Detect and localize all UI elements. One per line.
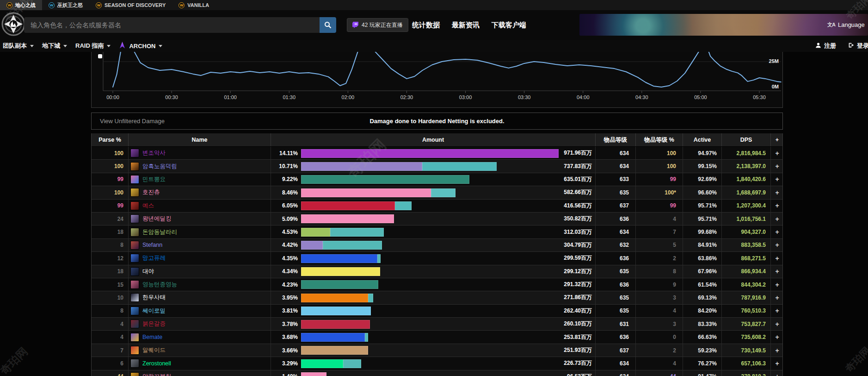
table-row[interactable]: 100암흑노움덕림10.71%737.83百万63410099.15%2,138… bbox=[92, 160, 782, 173]
table-row[interactable]: 18돈암동날라리4.53%312.03百万634799.68%904,327.0… bbox=[92, 226, 782, 238]
name-cell[interactable]: 돈암동날라리 bbox=[129, 226, 271, 238]
header-link[interactable]: 最新资讯 bbox=[452, 21, 480, 30]
table-row[interactable]: 7알퀘이드3.66%251.93百万637259.23%730,149.5+ bbox=[92, 344, 782, 357]
auth-link-登录[interactable]: 登录 bbox=[848, 42, 868, 50]
expand-row-button[interactable]: + bbox=[771, 213, 783, 225]
table-row[interactable]: 10한우사태3.95%271.86百万635369.13%787,916.9+ bbox=[92, 291, 782, 304]
game-version-tab[interactable]: WSEASON OF DISCOVERY bbox=[89, 0, 172, 10]
player-name-link[interactable]: 예스 bbox=[142, 202, 154, 210]
nav-item-地下城[interactable]: 地下城 bbox=[42, 42, 67, 50]
name-cell[interactable]: 왕년에딜킹 bbox=[129, 213, 271, 225]
expand-row-button[interactable]: + bbox=[771, 265, 783, 278]
name-cell[interactable]: 암흑노움덕림 bbox=[129, 160, 271, 172]
nav-item-ARCHON[interactable]: ARCHON bbox=[119, 41, 162, 50]
dps-timeline-chart[interactable]: 25M 0M 00:0000:3001:0001:3002:0002:3003:… bbox=[91, 52, 783, 108]
table-row[interactable]: 99예스6.05%416.56百万6379995.71%1,207,300.4+ bbox=[92, 200, 782, 213]
name-cell[interactable]: 호진츄 bbox=[129, 186, 271, 199]
expand-row-button[interactable]: + bbox=[771, 344, 783, 357]
name-cell[interactable]: 변조악사 bbox=[129, 147, 271, 159]
column-header-Name[interactable]: Name bbox=[129, 133, 271, 146]
name-cell[interactable]: 붉은갈증 bbox=[129, 318, 271, 330]
header-link[interactable]: 下载客户端 bbox=[492, 21, 526, 30]
table-row[interactable]: 100변조악사14.11%971.96百万63410094.97%2,816,9… bbox=[92, 147, 782, 160]
name-cell[interactable]: 망고퓨레 bbox=[129, 252, 271, 264]
search-input[interactable] bbox=[24, 17, 320, 33]
name-cell[interactable]: 대야 bbox=[129, 265, 271, 278]
expand-row-button[interactable]: + bbox=[771, 252, 783, 264]
expand-row-button[interactable]: + bbox=[771, 370, 783, 376]
player-name-link[interactable]: Zerostonell bbox=[142, 360, 171, 367]
player-name-link[interactable]: 영능턴종영능 bbox=[142, 281, 177, 288]
table-row[interactable]: 100호진츄8.46%582.66百万635100*96.60%1,688,69… bbox=[92, 186, 782, 199]
player-name-link[interactable]: Bemate bbox=[142, 334, 162, 340]
site-logo-icon[interactable] bbox=[1, 12, 25, 36]
expand-row-button[interactable]: + bbox=[771, 291, 783, 304]
player-name-link[interactable]: 민트뽕요 bbox=[142, 175, 166, 183]
column-header-物品等级[interactable]: 物品等级 bbox=[596, 133, 636, 146]
player-name-link[interactable]: 한우사태 bbox=[142, 294, 166, 301]
expand-row-button[interactable]: + bbox=[771, 305, 783, 317]
table-row[interactable]: 6Zerostonell3.29%226.73百万634476.27%657,1… bbox=[92, 357, 782, 370]
player-name-link[interactable]: 대야 bbox=[142, 268, 154, 276]
player-name-link[interactable]: 알락꼬불치 bbox=[142, 373, 172, 376]
column-header-Parse %[interactable]: Parse % bbox=[92, 133, 129, 146]
table-row[interactable]: 8Stefann4.42%304.79百万632584.91%883,358.5… bbox=[92, 239, 782, 252]
twitch-live-badge[interactable]: 42 玩家正在直播 bbox=[347, 18, 408, 32]
expand-row-button[interactable]: + bbox=[771, 200, 783, 212]
player-name-link[interactable]: 망고퓨레 bbox=[142, 254, 166, 262]
expand-row-button[interactable]: + bbox=[771, 357, 783, 370]
name-cell[interactable]: 한우사태 bbox=[129, 291, 271, 304]
table-row[interactable]: 15영능턴종영능4.23%291.32百万636961.54%844,304.2… bbox=[92, 278, 782, 291]
expand-row-button[interactable]: + bbox=[771, 186, 783, 199]
expand-row-button[interactable]: + bbox=[771, 147, 783, 159]
player-name-link[interactable]: 변조악사 bbox=[142, 149, 166, 157]
player-name-link[interactable]: 암흑노움덕림 bbox=[142, 163, 177, 170]
table-row[interactable]: 18대야4.34%299.12百万635867.96%866,934.4+ bbox=[92, 265, 782, 278]
table-row[interactable]: 24왕년에딜킹5.09%350.82百万636495.71%1,016,756.… bbox=[92, 213, 782, 226]
name-cell[interactable]: 예스 bbox=[129, 200, 271, 212]
player-name-link[interactable]: 호진츄 bbox=[142, 188, 160, 196]
expand-row-button[interactable]: + bbox=[771, 173, 783, 186]
name-cell[interactable]: Stefann bbox=[129, 239, 271, 251]
game-version-tab[interactable]: W地心之战 bbox=[0, 0, 42, 10]
nav-item-团队副本[interactable]: 团队副本 bbox=[3, 42, 34, 50]
game-version-tab[interactable]: WVANILLA bbox=[172, 0, 215, 10]
name-cell[interactable]: Bemate bbox=[129, 331, 271, 343]
player-name-link[interactable]: 돈암동날라리 bbox=[142, 228, 177, 236]
search-button[interactable] bbox=[320, 17, 336, 33]
player-name-link[interactable]: Stefann bbox=[142, 242, 162, 248]
expand-row-button[interactable]: + bbox=[771, 331, 783, 343]
expand-row-button[interactable]: + bbox=[771, 239, 783, 251]
header-link[interactable]: 统计数据 bbox=[412, 21, 440, 30]
promo-banner-art[interactable] bbox=[579, 14, 868, 36]
column-header-Active[interactable]: Active bbox=[683, 133, 722, 146]
table-row[interactable]: 44알락꼬불치1.40%96.53百万6344491.47%279,810.3+ bbox=[92, 370, 782, 376]
table-row[interactable]: 4Bemate3.68%253.81百万636066.63%735,608.2+ bbox=[92, 331, 782, 344]
column-header-+[interactable]: + bbox=[771, 133, 783, 146]
nav-item-RAID 指南[interactable]: RAID 指南 bbox=[75, 42, 111, 50]
name-cell[interactable]: 알락꼬불치 bbox=[129, 370, 271, 376]
game-version-tab[interactable]: W巫妖王之怒 bbox=[42, 0, 89, 10]
language-selector[interactable]: 文A Language bbox=[827, 21, 865, 28]
table-row[interactable]: 12망고퓨레4.35%299.59百万636263.86%868,271.5+ bbox=[92, 252, 782, 265]
name-cell[interactable]: 알퀘이드 bbox=[129, 344, 271, 357]
chart-zoom-handle[interactable] bbox=[98, 54, 102, 58]
player-name-link[interactable]: 알퀘이드 bbox=[142, 346, 166, 354]
table-row[interactable]: 99민트뽕요9.22%635.01百万6339992.69%1,840,420.… bbox=[92, 173, 782, 186]
name-cell[interactable]: Zerostonell bbox=[129, 357, 271, 370]
auth-link-注册[interactable]: 注册 bbox=[815, 42, 836, 50]
column-header-物品等级 %[interactable]: 物品等级 % bbox=[636, 133, 683, 146]
player-name-link[interactable]: 왕년에딜킹 bbox=[142, 215, 172, 223]
expand-row-button[interactable]: + bbox=[771, 318, 783, 330]
table-row[interactable]: 4붉은갈증3.78%260.10百万631383.33%753,827.7+ bbox=[92, 318, 782, 331]
table-row[interactable]: 8쎄이로밀3.81%262.40百万635484.20%760,510.3+ bbox=[92, 305, 782, 318]
expand-row-button[interactable]: + bbox=[771, 160, 783, 172]
player-name-link[interactable]: 붉은갈증 bbox=[142, 320, 166, 328]
player-name-link[interactable]: 쎄이로밀 bbox=[142, 307, 166, 315]
name-cell[interactable]: 영능턴종영능 bbox=[129, 278, 271, 291]
name-cell[interactable]: 쎄이로밀 bbox=[129, 305, 271, 317]
expand-row-button[interactable]: + bbox=[771, 278, 783, 291]
expand-row-button[interactable]: + bbox=[771, 226, 783, 238]
column-header-DPS[interactable]: DPS bbox=[722, 133, 771, 146]
column-header-Amount[interactable]: Amount bbox=[271, 133, 596, 146]
